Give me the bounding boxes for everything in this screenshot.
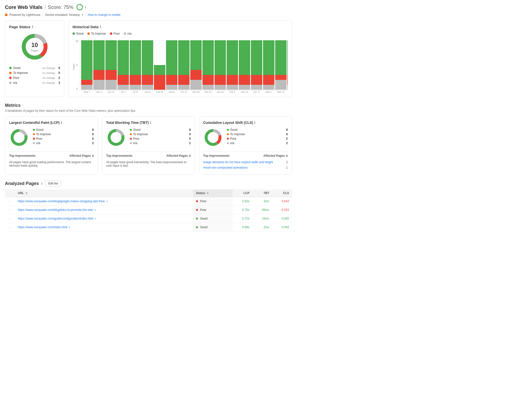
url-link[interactable]: https://www.seoquake.com/guide/configura…: [18, 217, 96, 220]
analyzed-info-icon[interactable]: ℹ: [41, 182, 43, 185]
lcp-good-count: 8: [92, 128, 94, 132]
tbt-good-label: Good: [133, 128, 188, 132]
page-status-card: Page Status ℹ: [5, 21, 64, 97]
tbt-poor-dot: [130, 138, 132, 140]
analyzed-title: Analyzed Pages: [5, 181, 39, 186]
expand-cell[interactable]: ›: [5, 206, 15, 214]
metrics-section: Metrics A breakdown of pages by their st…: [5, 103, 292, 175]
status-cell: Poor: [193, 197, 233, 206]
historical-data-card: Historical Data ℹ Good To Improve Poor: [68, 21, 292, 97]
svg-text:Jun 22: Jun 22: [108, 91, 114, 93]
url-link[interactable]: https://www.seoquake.com/blog/links-to-p…: [18, 208, 96, 212]
cls-info-icon[interactable]: ℹ: [254, 121, 255, 125]
lcp-improvements-title: Top Improvements: [9, 154, 35, 157]
historical-info-icon[interactable]: ℹ: [100, 25, 101, 29]
cls-cell: 0.553: [272, 206, 292, 214]
chart-legend-poor: Poor: [110, 32, 120, 35]
svg-rect-61: [227, 75, 238, 85]
chart-na-label: n/a: [127, 32, 132, 35]
svg-rect-33: [142, 85, 153, 90]
status-cell: Good: [193, 214, 233, 223]
lcp-col-header: LCP: [233, 189, 252, 197]
lcp-legend: Good 8 To Improve 0 Poor 0: [33, 128, 94, 147]
expand-cell[interactable]: ›: [5, 214, 15, 223]
status-filter-icon[interactable]: ⇅: [207, 192, 209, 195]
cls-improvement-link-2[interactable]: Avoid non-composited animations: [203, 166, 248, 169]
cls-cell: 0.003: [272, 223, 292, 232]
url-link[interactable]: https://www.seoquake.com/blog/google-mak…: [18, 200, 108, 203]
table-row: › https://www.seoquake.com/blog/google-m…: [5, 197, 292, 206]
legend-item-poor: Poor no change 2: [9, 75, 60, 80]
svg-rect-58: [215, 40, 226, 75]
metrics-title: Metrics: [5, 103, 292, 108]
svg-rect-53: [202, 75, 214, 85]
svg-rect-65: [239, 75, 250, 85]
expand-icon[interactable]: ›: [9, 217, 10, 220]
poor-dot-icon: [9, 77, 12, 79]
lcp-info-icon[interactable]: ℹ: [61, 121, 62, 125]
external-link-icon: ↗: [68, 226, 70, 229]
legend-na-count: 2: [58, 81, 60, 85]
url-filter-icon[interactable]: ⇅: [25, 192, 27, 195]
legend-good-count: 6: [58, 66, 60, 70]
cls-legend: Good 6 To Improve 0 Poor 2: [227, 128, 288, 147]
expand-cell[interactable]: ›: [5, 223, 15, 232]
status-label: Good: [200, 217, 207, 220]
tbt-legend-na: n/a 2: [130, 141, 191, 145]
cls-improvement-link-1[interactable]: Image elements do not have explicit widt…: [203, 160, 273, 164]
tbt-card: Total Blocking Time (TBT) ℹ Good 8: [102, 116, 195, 175]
page-status-info-icon[interactable]: ℹ: [32, 25, 33, 29]
expand-icon[interactable]: ›: [9, 200, 10, 203]
svg-text:Jan 16: Jan 16: [217, 91, 223, 93]
svg-text:Feb 6: Feb 6: [229, 91, 235, 93]
tbt-poor-count: 0: [189, 137, 191, 140]
legend-na-change: no change: [42, 81, 55, 84]
lcp-good-label: Good: [36, 128, 91, 132]
svg-text:May 15: May 15: [277, 91, 285, 93]
cls-poor-label: Poor: [230, 137, 285, 140]
expand-cell[interactable]: ›: [5, 197, 15, 206]
svg-rect-45: [178, 75, 190, 85]
external-link-icon: ↗: [106, 200, 108, 203]
url-link[interactable]: https://www.seoquake.com/index.html ↗: [18, 225, 70, 229]
lcp-improvement-text-row: All pages have good loading performance.…: [9, 159, 94, 168]
svg-rect-37: [154, 75, 165, 90]
cls-cell: 0.643: [272, 197, 292, 206]
svg-rect-68: [251, 85, 262, 90]
tbt-improvement-text: All pages have good interactivity. The l…: [106, 160, 191, 167]
svg-rect-34: [142, 75, 153, 85]
chart-improve-dot: [87, 32, 90, 35]
cls-na-label: n/a: [230, 141, 285, 145]
cls-good-label: Good: [230, 128, 285, 132]
svg-rect-13: [81, 85, 93, 90]
legend-na-label: n/a: [13, 81, 41, 85]
lcp-na-count: 2: [92, 141, 94, 145]
svg-text:10: 10: [75, 40, 78, 43]
device-info-icon[interactable]: ℹ: [82, 13, 83, 17]
expand-icon[interactable]: ›: [9, 208, 10, 211]
svg-rect-18: [93, 70, 105, 80]
lcp-poor-dot: [33, 138, 35, 140]
status-label: Poor: [200, 208, 206, 212]
svg-rect-23: [105, 40, 117, 70]
cls-improve-dot: [227, 133, 229, 135]
tbt-improve-label: To Improve: [133, 133, 188, 136]
header-info-icon[interactable]: ℹ: [85, 5, 86, 9]
chart-improve-label: To Improve: [91, 32, 106, 35]
cls-legend-good: Good 6: [227, 128, 288, 132]
page-status-title: Page Status: [9, 25, 30, 29]
cls-improvement-count-2: 1: [286, 166, 288, 169]
expand-icon[interactable]: ›: [9, 226, 10, 229]
tbt-na-label: n/a: [133, 141, 188, 145]
svg-text:0: 0: [76, 88, 78, 90]
svg-rect-21: [105, 80, 117, 90]
svg-text:Oct 12: Oct 12: [181, 91, 187, 93]
svg-rect-35: [142, 40, 153, 75]
tbt-legend: Good 8 To Improve 0 Poor 0: [130, 128, 191, 147]
tbt-info-icon[interactable]: ℹ: [150, 121, 151, 125]
edit-list-button[interactable]: Edit list: [45, 180, 61, 186]
svg-text:5: 5: [76, 64, 78, 67]
svg-point-86: [14, 132, 24, 143]
tbt-title: Total Blocking Time (TBT): [106, 121, 149, 125]
change-to-mobile-link[interactable]: How to change to mobile: [88, 13, 121, 17]
